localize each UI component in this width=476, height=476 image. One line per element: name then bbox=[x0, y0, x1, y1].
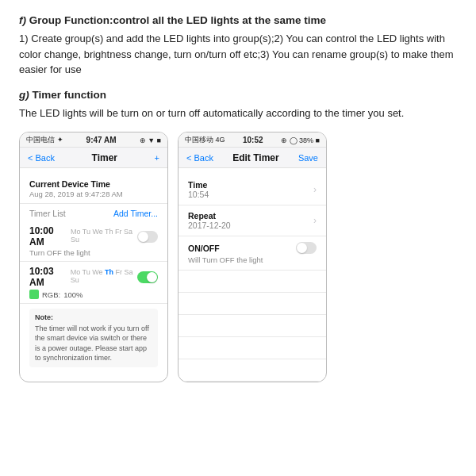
phone1-time: 9:47 AM bbox=[86, 136, 117, 144]
add-timer-link[interactable]: Add Timer... bbox=[113, 209, 158, 218]
section-g-header: g) Timer function bbox=[19, 89, 457, 101]
note-body: The timer will not work if you turn off … bbox=[35, 324, 152, 363]
phone1-carrier: 中国电信 ✦ bbox=[26, 135, 63, 145]
time-value: 10:54 bbox=[188, 190, 209, 199]
timer1-time: 10:00 AM bbox=[29, 225, 67, 248]
empty-row-2 bbox=[178, 293, 326, 315]
timer2-toggle[interactable] bbox=[137, 271, 158, 283]
phone2-time: 10:52 bbox=[243, 136, 263, 144]
repeat-chevron-icon: › bbox=[313, 215, 317, 226]
timer2-rgb-label: RGB: bbox=[42, 290, 60, 299]
timer-item-2: 10:03 AM Mo Tu We Th Fr Sa Su RGB: 100% bbox=[20, 262, 167, 304]
timer2-time: 10:03 AM bbox=[29, 266, 67, 288]
note-title: Note: bbox=[35, 313, 152, 323]
phone1: 中国电信 ✦ 9:47 AM ⊕ ▼ ■ < Back Timer + Curr… bbox=[19, 132, 168, 382]
empty-row-3 bbox=[178, 315, 326, 337]
section-g-title: Timer function bbox=[33, 89, 107, 101]
phone1-status-icons: ⊕ ▼ ■ bbox=[140, 136, 161, 144]
empty-rows bbox=[178, 271, 326, 382]
timer-item-1: 10:00 AM Mo Tu We Th Fr Sa Su Turn OFF t… bbox=[20, 221, 167, 262]
time-label: Time bbox=[188, 180, 209, 190]
phone2: 中国移动 4G 10:52 ⊕ ◯ 38% ■ < Back Edit Time… bbox=[178, 132, 327, 382]
onoff-row: ON/OFF Will Turn OFF the light bbox=[178, 236, 326, 271]
phones-container: 中国电信 ✦ 9:47 AM ⊕ ▼ ■ < Back Timer + Curr… bbox=[19, 132, 457, 382]
section-f-title: Group Function bbox=[29, 14, 109, 26]
section-f-body: 1) Create group(s) and add the LED light… bbox=[19, 31, 457, 78]
empty-row-1 bbox=[178, 271, 326, 293]
onoff-label: ON/OFF bbox=[188, 244, 220, 253]
phone1-back-button[interactable]: < Back bbox=[28, 153, 55, 163]
phone2-carrier: 中国移动 4G bbox=[185, 135, 225, 145]
phone2-save-button[interactable]: Save bbox=[298, 153, 318, 163]
rgb-color-dot bbox=[29, 290, 39, 299]
phone1-add-button[interactable]: + bbox=[155, 153, 159, 163]
section-g-body: The LED lights will be turn on or turn o… bbox=[19, 106, 457, 121]
time-chevron-icon: › bbox=[313, 184, 317, 195]
empty-row-5 bbox=[178, 359, 326, 382]
timer1-desc: Turn OFF the light bbox=[29, 248, 158, 257]
repeat-value: 2017-12-20 bbox=[188, 221, 231, 230]
timer-list-label: Timer List bbox=[29, 209, 66, 218]
time-row[interactable]: Time 10:54 › bbox=[178, 175, 326, 205]
phone2-nav-title: Edit Timer bbox=[232, 152, 278, 163]
onoff-toggle[interactable] bbox=[296, 242, 317, 254]
note-box: Note: The timer will not work if you tur… bbox=[29, 309, 158, 367]
onoff-desc: Will Turn OFF the light bbox=[188, 255, 317, 264]
timer2-pct: 100% bbox=[63, 290, 83, 299]
phone1-status-bar: 中国电信 ✦ 9:47 AM ⊕ ▼ ■ bbox=[20, 132, 167, 148]
section-f-header: f) Group Function:control all the LED li… bbox=[19, 14, 457, 26]
phone1-content: Current Device Time Aug 28, 2019 at 9:47… bbox=[20, 168, 167, 367]
phone2-content: Time 10:54 › Repeat 2017-12-20 › ON/OFF bbox=[178, 168, 326, 382]
device-time-section: Current Device Time Aug 28, 2019 at 9:47… bbox=[20, 175, 167, 204]
repeat-label: Repeat bbox=[188, 211, 231, 221]
device-time-value: Aug 28, 2019 at 9:47:28 AM bbox=[29, 190, 158, 198]
timer1-toggle[interactable] bbox=[137, 231, 158, 243]
timer1-days: Mo Tu We Th Fr Sa Su bbox=[71, 228, 137, 244]
section-g-label: g) bbox=[19, 89, 29, 101]
phone1-nav-bar: < Back Timer + bbox=[20, 148, 167, 168]
timer2-days: Mo Tu We Th Fr Sa Su bbox=[71, 268, 137, 284]
section-f: f) Group Function:control all the LED li… bbox=[19, 14, 457, 78]
phone2-status-bar: 中国移动 4G 10:52 ⊕ ◯ 38% ■ bbox=[178, 132, 326, 148]
timer-list-header: Timer List Add Timer... bbox=[20, 204, 167, 221]
phone1-nav-title: Timer bbox=[92, 152, 117, 163]
section-f-label: f) bbox=[19, 14, 26, 26]
repeat-row[interactable]: Repeat 2017-12-20 › bbox=[178, 205, 326, 236]
device-time-label: Current Device Time bbox=[29, 179, 158, 189]
timer2-rgb-row: RGB: 100% bbox=[29, 290, 158, 299]
phone2-status-icons: ⊕ ◯ 38% ■ bbox=[281, 136, 320, 144]
phone2-back-button[interactable]: < Back bbox=[186, 153, 213, 163]
empty-row-4 bbox=[178, 337, 326, 359]
phone2-nav-bar: < Back Edit Timer Save bbox=[178, 148, 326, 168]
section-g: g) Timer function The LED lights will be… bbox=[19, 89, 457, 121]
